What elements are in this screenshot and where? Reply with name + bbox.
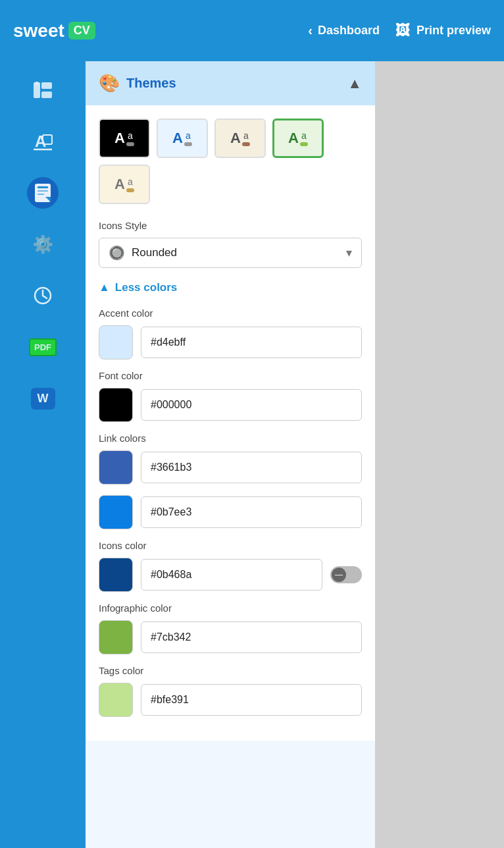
swatch-dot-tan (242, 142, 250, 146)
font-color-row: #000000 (99, 388, 362, 422)
dashboard-nav[interactable]: ‹ Dashboard (308, 23, 380, 38)
sidebar-item-design[interactable] (27, 74, 59, 106)
layout-icon: A (27, 126, 59, 157)
link2-color-hex[interactable]: #0b7ee3 (141, 496, 362, 528)
icons-color-toggle[interactable]: — (330, 566, 362, 583)
link2-color-row: #0b7ee3 (99, 495, 362, 529)
less-colors-label: Less colors (115, 281, 178, 294)
swatch-dot-light-blue (184, 142, 192, 146)
swatch-a-green: A (288, 130, 299, 147)
accent-color-hex[interactable]: #d4ebff (141, 327, 362, 358)
sidebar-item-word[interactable]: W (27, 383, 59, 414)
dropdown-arrow-icon: ▾ (346, 246, 352, 260)
tags-color-label: Tags color (99, 665, 362, 676)
icons-style-dropdown[interactable]: 🔘 Rounded ▾ (99, 238, 362, 268)
logo: sweet CV (13, 20, 95, 41)
themes-title-group: 🎨 Themes (99, 73, 176, 93)
swatch-dot-dark (126, 142, 134, 146)
sidebar-item-layout[interactable]: A (27, 126, 59, 157)
word-badge: W (31, 388, 55, 410)
less-colors-chevron-icon: ▲ (99, 281, 110, 294)
settings-icon: ⚙️ (27, 228, 59, 260)
theme-swatch-green[interactable]: A a (272, 119, 324, 158)
swatch-small-a-light-blue: a (186, 130, 191, 141)
icons-color-hex[interactable]: #0b468a (141, 559, 322, 591)
toggle-knob-icon: — (332, 568, 346, 582)
svg-rect-2 (41, 92, 52, 98)
sidebar-item-template[interactable] (27, 177, 59, 209)
svg-rect-9 (38, 190, 48, 192)
infographic-color-hex[interactable]: #7cb342 (141, 622, 362, 653)
header-right: ‹ Dashboard 🖼 Print preview (308, 22, 491, 40)
theme-swatch-light-blue[interactable]: A a (157, 119, 208, 158)
font-color-hex[interactable]: #000000 (141, 389, 362, 421)
theme-swatch-dark[interactable]: A a (99, 119, 150, 158)
svg-point-3 (35, 82, 39, 86)
swatch-inner-gold: A a (114, 176, 134, 193)
swatch-inner-dark: A a (114, 130, 134, 147)
dashboard-label: Dashboard (318, 24, 380, 38)
link1-color-swatch[interactable] (99, 450, 133, 485)
icons-style-label: Icons Style (99, 220, 362, 231)
less-colors-button[interactable]: ▲ Less colors (99, 281, 362, 294)
pdf-icon: PDF (27, 331, 59, 363)
app-header: sweet CV ‹ Dashboard 🖼 Print preview (0, 0, 504, 61)
swatch-inner-light-blue: A a (172, 130, 192, 147)
infographic-color-label: Infographic color (99, 602, 362, 614)
sidebar-item-history[interactable] (27, 280, 59, 311)
history-icon (27, 280, 59, 311)
accent-color-label: Accent color (99, 307, 362, 319)
infographic-color-row: #7cb342 (99, 620, 362, 654)
template-icon (27, 177, 59, 209)
swatch-small-a-green: a (301, 130, 307, 141)
sidebar: A ⚙️ (0, 61, 86, 848)
svg-rect-10 (38, 194, 44, 195)
theme-swatches: A a A a (99, 119, 362, 204)
theme-swatch-tan[interactable]: A a (214, 119, 266, 158)
infographic-color-swatch[interactable] (99, 620, 133, 654)
link-color-label: Link colors (99, 433, 362, 444)
swatch-small-a-dark: a (128, 130, 133, 141)
swatch-inner-green: A a (288, 130, 308, 147)
main-layout: A ⚙️ (0, 61, 504, 848)
dropdown-icon: 🔘 (109, 245, 125, 261)
logo-text: sweet (13, 20, 64, 41)
sidebar-item-pdf[interactable]: PDF (27, 331, 59, 363)
word-icon: W (27, 383, 59, 414)
theme-swatch-gold[interactable]: A a (99, 165, 150, 204)
swatch-a-dark: A (114, 130, 125, 147)
tags-color-swatch[interactable] (99, 683, 133, 717)
tags-color-hex[interactable]: #bfe391 (141, 684, 362, 716)
swatch-a-gold: A (114, 176, 125, 193)
back-chevron-icon: ‹ (308, 23, 313, 38)
swatch-a-tan: A (230, 130, 241, 147)
icons-color-row: #0b468a — (99, 558, 362, 592)
print-preview-label: Print preview (416, 24, 491, 38)
link1-color-hex[interactable]: #3661b3 (141, 452, 362, 483)
icons-color-swatch[interactable] (99, 558, 133, 592)
content-panel: 🎨 Themes ▲ A a (86, 61, 375, 848)
palette-icon: 🎨 (99, 73, 120, 93)
icons-color-label: Icons color (99, 540, 362, 551)
svg-rect-1 (41, 82, 52, 89)
swatch-dot-gold (126, 188, 134, 192)
themes-body: A a A a (86, 105, 375, 741)
svg-rect-8 (38, 186, 48, 188)
tags-color-row: #bfe391 (99, 683, 362, 717)
swatch-a-light-blue: A (172, 130, 183, 147)
accent-color-row: #d4ebff (99, 325, 362, 359)
right-preview-area (375, 61, 504, 848)
dropdown-value: Rounded (132, 246, 340, 259)
link1-color-row: #3661b3 (99, 450, 362, 485)
print-preview-button[interactable]: 🖼 Print preview (395, 22, 491, 40)
themes-title: Themes (126, 76, 176, 91)
swatch-inner-tan: A a (230, 130, 250, 147)
link2-color-swatch[interactable] (99, 495, 133, 529)
font-color-swatch[interactable] (99, 388, 133, 422)
themes-header: 🎨 Themes ▲ (86, 61, 375, 105)
swatch-dot-green (300, 142, 308, 146)
swatch-small-a-tan: a (243, 130, 249, 141)
themes-collapse-button[interactable]: ▲ (347, 75, 362, 92)
accent-color-swatch[interactable] (99, 325, 133, 359)
sidebar-item-settings[interactable]: ⚙️ (27, 228, 59, 260)
